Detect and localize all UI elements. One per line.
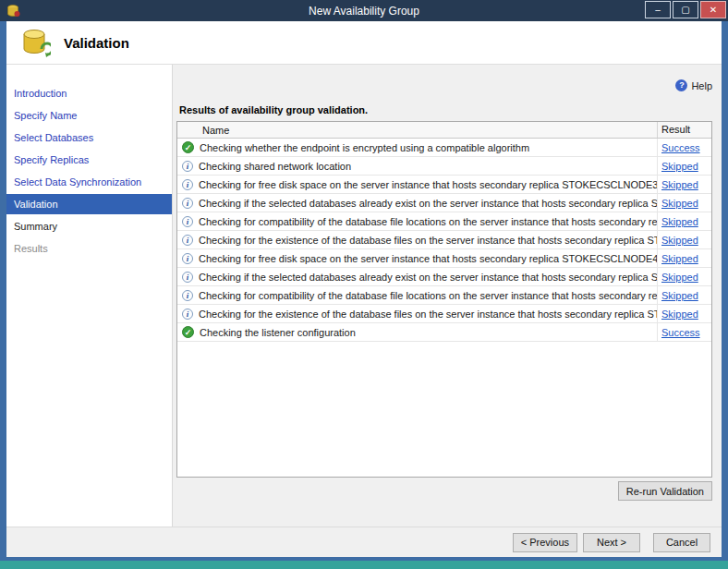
result-link[interactable]: Skipped [661, 235, 698, 246]
help-link[interactable]: ? Help [675, 79, 712, 91]
sidebar-item-specify-replicas[interactable]: Specify Replicas [6, 150, 172, 170]
table-row[interactable]: iChecking for compatibility of the datab… [177, 286, 711, 305]
result-link[interactable]: Skipped [661, 198, 698, 209]
row-name-cell: ✓Checking whether the endpoint is encryp… [177, 141, 657, 153]
minimize-button[interactable]: – [645, 1, 671, 18]
sidebar-item-select-databases[interactable]: Select Databases [6, 127, 172, 148]
check-name: Checking if the selected databases alrea… [199, 198, 657, 209]
row-result-cell: Success [657, 323, 711, 341]
result-link[interactable]: Skipped [661, 272, 698, 283]
table-row[interactable]: iChecking for free disk space on the ser… [177, 249, 711, 268]
dialog-window: New Availability Group – ▢ ✕ Validation … [0, 0, 728, 569]
table-row[interactable]: iChecking if the selected databases alre… [177, 194, 711, 212]
table-row[interactable]: ✓Checking the listener configurationSucc… [177, 323, 711, 342]
info-icon: i [182, 179, 193, 190]
success-icon: ✓ [182, 326, 194, 338]
result-link[interactable]: Skipped [661, 216, 698, 227]
row-name-cell: iChecking if the selected databases alre… [177, 272, 657, 283]
row-name-cell: iChecking for free disk space on the ser… [177, 179, 657, 190]
previous-button[interactable]: < Previous [513, 533, 577, 552]
main-area: IntroductionSpecify NameSelect Databases… [6, 65, 722, 527]
sidebar-item-specify-name[interactable]: Specify Name [6, 105, 172, 126]
window-controls: – ▢ ✕ [645, 1, 726, 18]
result-link[interactable]: Skipped [661, 290, 698, 301]
info-icon: i [182, 253, 193, 264]
validation-results-table: Name Result ✓Checking whether the endpoi… [176, 121, 712, 478]
next-button[interactable]: Next > [583, 533, 640, 552]
table-row[interactable]: iChecking for compatibility of the datab… [177, 212, 711, 231]
info-icon: i [182, 235, 193, 246]
table-row[interactable]: ✓Checking whether the endpoint is encryp… [177, 139, 711, 157]
table-row[interactable]: iChecking for the existence of the datab… [177, 305, 711, 323]
footer-bar: < Previous Next > Cancel [6, 527, 722, 557]
info-icon: i [182, 290, 193, 301]
dialog-body: Validation IntroductionSpecify NameSelec… [0, 21, 728, 561]
check-name: Checking if the selected databases alrea… [199, 272, 657, 283]
close-button[interactable]: ✕ [700, 1, 726, 18]
help-label: Help [691, 80, 712, 91]
sidebar-item-introduction[interactable]: Introduction [6, 83, 172, 103]
maximize-button[interactable]: ▢ [673, 1, 698, 18]
column-header-name[interactable]: Name [177, 125, 657, 136]
sidebar-item-summary[interactable]: Summary [6, 216, 172, 236]
row-result-cell: Skipped [657, 157, 711, 175]
result-link[interactable]: Success [661, 142, 700, 153]
table-row[interactable]: iChecking shared network locationSkipped [177, 157, 711, 176]
row-result-cell: Skipped [657, 212, 711, 230]
cancel-button[interactable]: Cancel [653, 533, 710, 552]
sidebar-item-validation[interactable]: Validation [6, 194, 172, 214]
help-row: ? Help [176, 79, 712, 91]
check-name: Checking for free disk space on the serv… [199, 253, 657, 264]
result-link[interactable]: Skipped [661, 253, 698, 264]
info-icon: i [182, 272, 193, 283]
check-name: Checking for the existence of the databa… [199, 235, 657, 246]
check-name: Checking the listener configuration [200, 327, 356, 338]
validation-step-icon [19, 27, 51, 58]
info-icon: i [182, 198, 193, 209]
row-name-cell: iChecking shared network location [177, 161, 657, 172]
row-name-cell: iChecking if the selected databases alre… [177, 198, 657, 209]
check-name: Checking for free disk space on the serv… [199, 179, 657, 190]
result-link[interactable]: Success [661, 327, 700, 338]
wizard-steps-nav: IntroductionSpecify NameSelect Databases… [6, 65, 173, 527]
help-icon: ? [675, 79, 687, 91]
row-name-cell: ✓Checking the listener configuration [177, 326, 657, 338]
sidebar-item-results: Results [6, 238, 172, 259]
info-icon: i [182, 161, 193, 172]
table-header: Name Result [177, 122, 711, 139]
table-row[interactable]: iChecking for the existence of the datab… [177, 231, 711, 249]
check-name: Checking for compatibility of the databa… [199, 216, 657, 227]
table-body: ✓Checking whether the endpoint is encryp… [177, 139, 711, 477]
page-title: Validation [64, 35, 129, 51]
row-name-cell: iChecking for the existence of the datab… [177, 235, 657, 246]
results-heading: Results of availability group validation… [179, 104, 712, 115]
content-panel: ? Help Results of availability group val… [173, 65, 722, 527]
result-link[interactable]: Skipped [661, 161, 698, 172]
rerun-validation-button[interactable]: Re-run Validation [618, 481, 712, 501]
row-result-cell: Success [657, 139, 711, 156]
table-row[interactable]: iChecking for free disk space on the ser… [177, 176, 711, 194]
row-result-cell: Skipped [657, 176, 711, 193]
check-name: Checking for compatibility of the databa… [199, 290, 657, 301]
row-result-cell: Skipped [657, 231, 711, 248]
success-icon: ✓ [182, 141, 194, 153]
row-result-cell: Skipped [657, 286, 711, 304]
wizard-page-header: Validation [6, 21, 722, 65]
row-name-cell: iChecking for compatibility of the datab… [177, 216, 657, 227]
result-link[interactable]: Skipped [661, 309, 698, 320]
titlebar[interactable]: New Availability Group – ▢ ✕ [0, 0, 728, 21]
check-name: Checking shared network location [199, 161, 351, 172]
table-row[interactable]: iChecking if the selected databases alre… [177, 268, 711, 286]
row-result-cell: Skipped [657, 249, 711, 267]
info-icon: i [182, 309, 193, 320]
column-header-result[interactable]: Result [657, 122, 711, 138]
row-name-cell: iChecking for the existence of the datab… [177, 309, 657, 320]
row-result-cell: Skipped [657, 194, 711, 212]
result-link[interactable]: Skipped [661, 179, 698, 190]
check-name: Checking whether the endpoint is encrypt… [200, 142, 529, 153]
info-icon: i [182, 216, 193, 227]
row-name-cell: iChecking for compatibility of the datab… [177, 290, 657, 301]
row-name-cell: iChecking for free disk space on the ser… [177, 253, 657, 264]
row-result-cell: Skipped [657, 305, 711, 322]
sidebar-item-select-data-synchronization[interactable]: Select Data Synchronization [6, 172, 172, 192]
